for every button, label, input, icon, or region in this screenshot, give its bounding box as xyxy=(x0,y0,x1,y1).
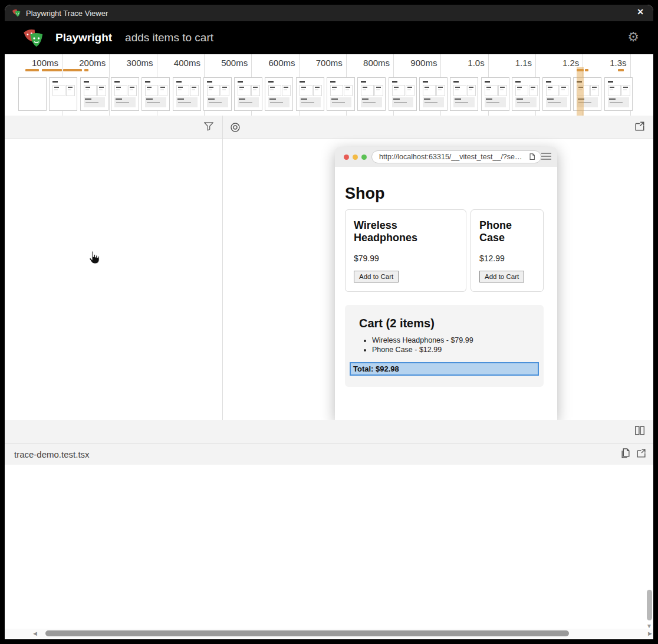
actions-list xyxy=(5,139,222,420)
timeline-tick-label: 900ms xyxy=(393,58,437,68)
product-card: Wireless Headphones $79.99 Add to Cart xyxy=(345,209,466,292)
filmstrip-thumbnail[interactable] xyxy=(604,77,633,111)
shop-heading: Shop xyxy=(345,185,385,203)
filmstrip-thumbnail[interactable] xyxy=(142,77,170,111)
timeline-tick-label: 800ms xyxy=(346,58,390,68)
filmstrip-thumbnail[interactable] xyxy=(389,77,417,111)
add-to-cart-button[interactable]: Add to Cart xyxy=(479,271,524,282)
url-bar[interactable]: http://localhost:63315/__vitest_test__/?… xyxy=(371,150,541,163)
product-price: $12.99 xyxy=(479,254,535,263)
filmstrip-thumbnail[interactable] xyxy=(203,77,232,111)
test-title: adds items to cart xyxy=(125,31,213,44)
action-duration-bar xyxy=(585,69,588,71)
horizontal-scroll-thumb[interactable] xyxy=(45,630,569,636)
mouse-cursor-icon xyxy=(87,250,101,265)
action-duration-bar xyxy=(84,69,88,71)
title-bar: Playwright Trace Viewer ✕ xyxy=(5,5,653,21)
timeline-tick-label: 400ms xyxy=(157,58,200,68)
timeline-tick-label: 700ms xyxy=(299,58,343,68)
timeline-tick-label: 500ms xyxy=(204,58,248,68)
action-duration-bar xyxy=(25,69,39,71)
timeline-tick-label: 200ms xyxy=(62,58,106,68)
product-price: $79.99 xyxy=(354,254,458,263)
open-snapshot-icon[interactable] xyxy=(634,121,645,132)
traffic-light-yellow-icon xyxy=(353,155,358,160)
filmstrip-thumbnail[interactable] xyxy=(357,77,386,111)
menu-icon[interactable] xyxy=(541,153,551,162)
copy-url-icon[interactable] xyxy=(528,153,535,161)
filmstrip-thumbnail[interactable] xyxy=(419,77,448,111)
filmstrip-thumbnail[interactable] xyxy=(542,77,571,111)
filmstrip-thumbnail[interactable] xyxy=(481,77,509,111)
filmstrip-thumbnail[interactable] xyxy=(265,77,293,111)
action-duration-bar xyxy=(42,69,62,71)
cart-item: Wireless Headphones - $79.99 xyxy=(372,336,544,344)
filmstrip-thumbnail[interactable] xyxy=(512,77,540,111)
snapshot-panel: http://localhost:63315/__vitest_test__/?… xyxy=(223,116,653,420)
target-icon[interactable] xyxy=(230,116,241,139)
open-source-icon[interactable] xyxy=(636,448,646,458)
filter-icon[interactable] xyxy=(203,121,214,132)
product-name: Phone Case xyxy=(479,219,535,244)
cart-total-highlighted: Total: $92.98 xyxy=(350,362,539,376)
bottom-panel: trace-demo.test.tsx ▼ ◄ ► xyxy=(5,420,653,639)
filmstrip-thumbnail[interactable] xyxy=(327,77,355,111)
app-name: Playwright xyxy=(55,31,112,44)
selected-time-band xyxy=(577,67,584,116)
product-card: Phone Case $12.99 Add to Cart xyxy=(471,209,544,292)
traffic-light-green-icon xyxy=(361,155,367,160)
timeline-tick-label: 300ms xyxy=(110,58,153,68)
cart-title: Cart (2 items) xyxy=(359,317,544,330)
source-file-name: trace-demo.test.tsx xyxy=(14,449,90,459)
cart-section: Cart (2 items) Wireless Headphones - $79… xyxy=(345,305,544,387)
browser-chrome: http://localhost:63315/__vitest_test__/?… xyxy=(335,147,557,167)
filmstrip-thumbnail[interactable] xyxy=(296,77,324,111)
actions-panel xyxy=(5,116,223,420)
timeline[interactable]: 100ms200ms300ms400ms500ms600ms700ms800ms… xyxy=(5,54,653,116)
trace-viewer-window: Playwright Trace Viewer ✕ Playwright add… xyxy=(5,5,653,639)
actions-tabstrip xyxy=(5,116,222,139)
add-to-cart-button[interactable]: Add to Cart xyxy=(354,271,399,282)
playwright-masks-icon xyxy=(12,8,21,18)
source-code-view[interactable] xyxy=(5,465,653,629)
scroll-right-icon[interactable]: ► xyxy=(647,630,653,637)
horizontal-scrollbar[interactable]: ◄ ► xyxy=(5,629,653,638)
filmstrip-thumbnail[interactable] xyxy=(234,77,262,111)
snapshot-browser: http://localhost:63315/__vitest_test__/?… xyxy=(335,147,557,420)
snapshot-page: Shop Wireless Headphones $79.99 Add to C… xyxy=(335,167,557,420)
main-area: http://localhost:63315/__vitest_test__/?… xyxy=(5,116,653,420)
app-header: Playwright adds items to cart ⚙ xyxy=(5,21,653,54)
filmstrip-thumbnail[interactable] xyxy=(450,77,478,111)
timeline-tick-label: 1.0s xyxy=(441,58,485,68)
gear-icon[interactable]: ⚙ xyxy=(627,29,639,45)
filmstrip-thumbnail[interactable] xyxy=(49,77,77,111)
source-file-bar: trace-demo.test.tsx xyxy=(5,443,653,465)
product-name: Wireless Headphones xyxy=(354,219,458,244)
snapshot-tabstrip xyxy=(223,116,653,139)
close-icon[interactable]: ✕ xyxy=(637,7,644,17)
scroll-left-icon[interactable]: ◄ xyxy=(32,630,38,637)
vertical-scrollbar[interactable] xyxy=(647,590,652,620)
filmstrip-thumbnail[interactable] xyxy=(18,77,47,111)
action-duration-bar xyxy=(618,69,624,71)
timeline-tick-label: 100ms xyxy=(15,58,58,68)
action-duration-bar xyxy=(63,69,82,71)
url-text: http://localhost:63315/__vitest_test__/?… xyxy=(379,153,527,161)
timeline-tick-label: 1.1s xyxy=(488,58,532,68)
timeline-tick-label: 1.2s xyxy=(535,58,579,68)
split-view-icon[interactable] xyxy=(634,425,645,436)
cart-items-list: Wireless Headphones - $79.99 Phone Case … xyxy=(372,336,544,354)
traffic-light-red-icon xyxy=(344,155,349,160)
copy-icon[interactable] xyxy=(620,448,630,458)
filmstrip-thumbnail[interactable] xyxy=(111,77,139,111)
cart-item: Phone Case - $12.99 xyxy=(372,346,544,354)
filmstrip-thumbnail[interactable] xyxy=(173,77,201,111)
timeline-tick-label: 600ms xyxy=(252,58,295,68)
bottom-tabstrip xyxy=(5,420,653,443)
playwright-logo-icon xyxy=(22,27,45,49)
filmstrip-thumbnail[interactable] xyxy=(80,77,108,111)
timeline-tick-label: 1.3s xyxy=(583,58,627,68)
window-title: Playwright Trace Viewer xyxy=(26,9,108,18)
